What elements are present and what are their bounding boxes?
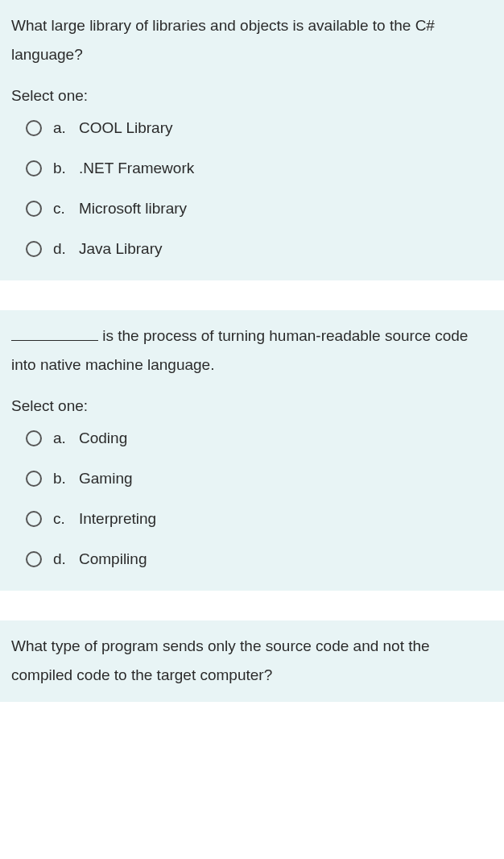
options-list: a. Coding b. Gaming c. Interpreting d. C… <box>11 430 493 568</box>
question-text: What large library of libraries and obje… <box>11 11 493 69</box>
option-letter: c. <box>53 510 74 528</box>
option-label: Java Library <box>79 240 163 258</box>
radio-option-d[interactable] <box>26 241 42 257</box>
question-text: What type of program sends only the sour… <box>11 632 493 690</box>
radio-option-d[interactable] <box>26 551 42 567</box>
option-letter: a. <box>53 119 74 137</box>
option-letter: b. <box>53 470 74 488</box>
options-list: a. COOL Library b. .NET Framework c. Mic… <box>11 119 493 258</box>
divider-gap <box>0 281 504 310</box>
question-block: What large library of libraries and obje… <box>0 0 504 281</box>
radio-option-b[interactable] <box>26 471 42 487</box>
radio-option-c[interactable] <box>26 201 42 217</box>
option-label: Gaming <box>79 470 133 488</box>
option-label: COOL Library <box>79 119 173 137</box>
option-row: a. COOL Library <box>26 119 493 137</box>
option-letter: d. <box>53 240 74 258</box>
option-label: Coding <box>79 430 127 447</box>
option-row: b. .NET Framework <box>26 160 493 177</box>
option-row: c. Interpreting <box>26 510 493 528</box>
question-text-content: is the process of turning human-readable… <box>11 327 468 373</box>
divider-gap <box>0 591 504 620</box>
select-prompt: Select one: <box>11 397 493 415</box>
question-block: is the process of turning human-readable… <box>0 310 504 591</box>
radio-option-a[interactable] <box>26 120 42 136</box>
fill-blank <box>11 340 98 341</box>
option-row: b. Gaming <box>26 470 493 488</box>
select-prompt: Select one: <box>11 87 493 105</box>
option-label: .NET Framework <box>79 160 194 177</box>
radio-option-a[interactable] <box>26 430 42 446</box>
option-letter: a. <box>53 430 74 447</box>
radio-option-c[interactable] <box>26 511 42 527</box>
option-letter: b. <box>53 160 74 177</box>
question-block: What type of program sends only the sour… <box>0 620 504 702</box>
radio-option-b[interactable] <box>26 160 42 176</box>
option-label: Compiling <box>79 550 147 568</box>
option-label: Interpreting <box>79 510 156 528</box>
option-row: d. Compiling <box>26 550 493 568</box>
question-text: is the process of turning human-readable… <box>11 322 493 380</box>
option-row: a. Coding <box>26 430 493 447</box>
option-letter: d. <box>53 550 74 568</box>
option-row: c. Microsoft library <box>26 200 493 218</box>
option-label: Microsoft library <box>79 200 187 218</box>
option-letter: c. <box>53 200 74 218</box>
option-row: d. Java Library <box>26 240 493 258</box>
